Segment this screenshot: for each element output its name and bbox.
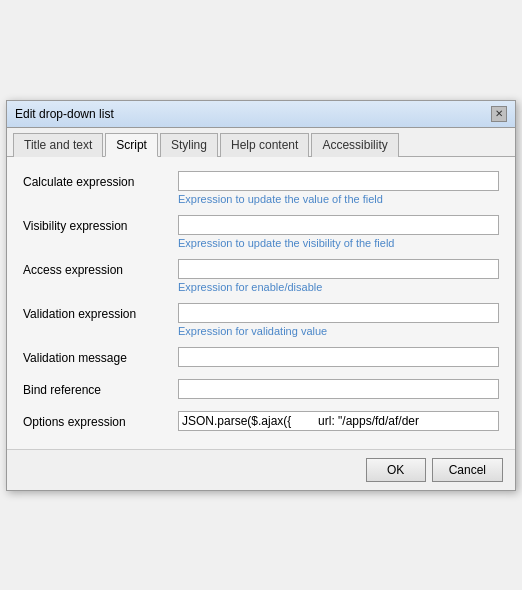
validation-message-label: Validation message bbox=[23, 347, 178, 365]
validation-message-field-col bbox=[178, 347, 499, 367]
close-button[interactable]: ✕ bbox=[491, 106, 507, 122]
tab-title-and-text[interactable]: Title and text bbox=[13, 133, 103, 157]
validation-expression-row: Validation expression Expression for val… bbox=[23, 303, 499, 343]
bind-reference-row: Bind reference bbox=[23, 379, 499, 399]
options-expression-row: Options expression bbox=[23, 411, 499, 431]
validation-message-row: Validation message bbox=[23, 347, 499, 367]
validation-expression-field-col: Expression for validating value bbox=[178, 303, 499, 343]
visibility-expression-row: Visibility expression Expression to upda… bbox=[23, 215, 499, 255]
tab-styling[interactable]: Styling bbox=[160, 133, 218, 157]
tab-accessibility[interactable]: Accessibility bbox=[311, 133, 398, 157]
tab-help-content[interactable]: Help content bbox=[220, 133, 309, 157]
calculate-expression-label: Calculate expression bbox=[23, 171, 178, 189]
options-expression-input[interactable] bbox=[178, 411, 499, 431]
calculate-expression-hint: Expression to update the value of the fi… bbox=[178, 193, 499, 205]
cancel-button[interactable]: Cancel bbox=[432, 458, 503, 482]
bind-reference-field-col bbox=[178, 379, 499, 399]
dialog-title: Edit drop-down list bbox=[15, 107, 114, 121]
access-expression-label: Access expression bbox=[23, 259, 178, 277]
validation-expression-input[interactable] bbox=[178, 303, 499, 323]
validation-expression-label: Validation expression bbox=[23, 303, 178, 321]
calculate-expression-row: Calculate expression Expression to updat… bbox=[23, 171, 499, 211]
bind-reference-label: Bind reference bbox=[23, 379, 178, 397]
edit-dropdown-dialog: Edit drop-down list ✕ Title and text Scr… bbox=[6, 100, 516, 491]
access-expression-field-col: Expression for enable/disable bbox=[178, 259, 499, 299]
options-expression-field-col bbox=[178, 411, 499, 431]
script-tab-content: Calculate expression Expression to updat… bbox=[7, 157, 515, 449]
ok-button[interactable]: OK bbox=[366, 458, 426, 482]
validation-expression-hint: Expression for validating value bbox=[178, 325, 499, 337]
validation-message-input[interactable] bbox=[178, 347, 499, 367]
visibility-expression-field-col: Expression to update the visibility of t… bbox=[178, 215, 499, 255]
tab-bar: Title and text Script Styling Help conte… bbox=[7, 128, 515, 157]
access-expression-hint: Expression for enable/disable bbox=[178, 281, 499, 293]
calculate-expression-input[interactable] bbox=[178, 171, 499, 191]
tab-script[interactable]: Script bbox=[105, 133, 158, 157]
visibility-expression-label: Visibility expression bbox=[23, 215, 178, 233]
dialog-footer: OK Cancel bbox=[7, 449, 515, 490]
calculate-expression-field-col: Expression to update the value of the fi… bbox=[178, 171, 499, 211]
access-expression-input[interactable] bbox=[178, 259, 499, 279]
visibility-expression-hint: Expression to update the visibility of t… bbox=[178, 237, 499, 249]
bind-reference-input[interactable] bbox=[178, 379, 499, 399]
visibility-expression-input[interactable] bbox=[178, 215, 499, 235]
title-bar: Edit drop-down list ✕ bbox=[7, 101, 515, 128]
options-expression-label: Options expression bbox=[23, 411, 178, 429]
access-expression-row: Access expression Expression for enable/… bbox=[23, 259, 499, 299]
